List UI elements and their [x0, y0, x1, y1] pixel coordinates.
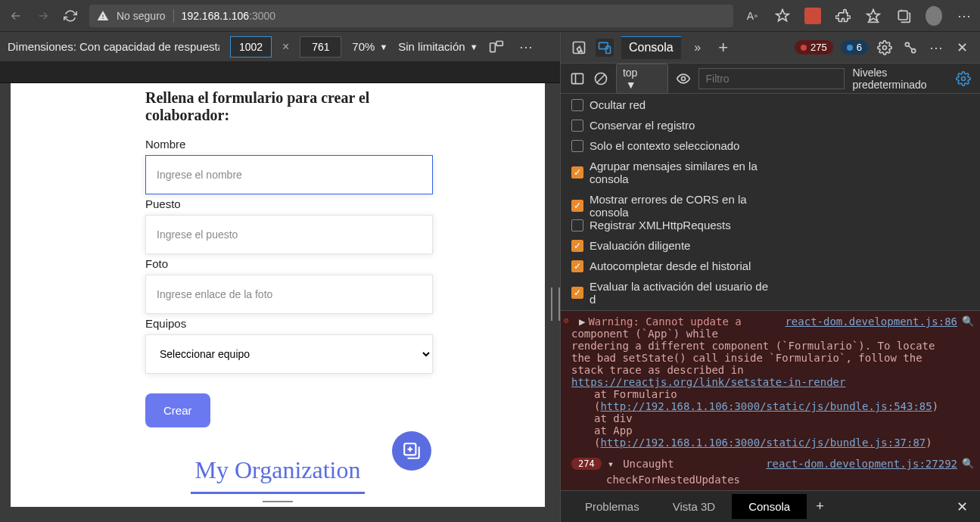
- opt-cors[interactable]: Mostrar errores de CORS en la consola: [571, 193, 782, 219]
- magnifier-icon[interactable]: 🔍: [962, 315, 974, 327]
- opt-solo-contexto[interactable]: Solo el contexto seleccionado: [571, 139, 782, 152]
- info-count-badge[interactable]: 6: [841, 40, 868, 54]
- security-label: No seguro: [117, 10, 166, 22]
- stack-trace: checkForNestedUpdates scheduleUpdateOnFi…: [571, 470, 957, 490]
- console-toolbar: top ▼ Niveles predeterminado: [561, 64, 980, 94]
- bundle-link-2[interactable]: http://192.168.1.106:3000/static/js/bund…: [600, 437, 926, 449]
- drawer-close-icon[interactable]: ✕: [952, 499, 972, 515]
- nombre-input[interactable]: [145, 155, 433, 194]
- svg-rect-1: [898, 11, 907, 20]
- devtools-more-icon[interactable]: ⋯: [927, 39, 945, 57]
- devtools-more-icon[interactable]: ⋯: [519, 39, 533, 55]
- collections-icon[interactable]: [895, 8, 912, 24]
- context-select[interactable]: top ▼: [616, 64, 668, 94]
- opt-conservar[interactable]: Conservar el registro: [571, 119, 782, 132]
- page-pane: Dimensiones: Con capacidad de respuesta …: [0, 32, 560, 522]
- foto-input[interactable]: [145, 275, 433, 314]
- svg-rect-2: [490, 43, 495, 52]
- dimension-x: ×: [282, 40, 289, 54]
- read-aloud-icon[interactable]: A»: [744, 8, 761, 24]
- equipos-select[interactable]: Seleccionar equipo: [145, 334, 433, 374]
- devtools-drawer-tabs: Problemas Vista 3D Consola + ✕: [561, 490, 980, 522]
- foto-label: Foto: [145, 257, 456, 270]
- puesto-label: Puesto: [145, 197, 456, 210]
- equipos-label: Equipos: [145, 317, 456, 330]
- tab-problemas[interactable]: Problemas: [568, 494, 656, 519]
- more-tabs-icon[interactable]: »: [689, 39, 707, 57]
- svg-line-16: [597, 75, 605, 82]
- rendered-page: Rellena el formulario para crear el cola…: [11, 83, 545, 507]
- crear-button[interactable]: Crear: [145, 393, 210, 427]
- sidebar-toggle-icon[interactable]: [570, 70, 585, 88]
- console-filter-input[interactable]: [698, 68, 845, 89]
- throttle-dropdown[interactable]: Sin limitación ▼: [398, 40, 478, 53]
- favorites-icon[interactable]: [865, 8, 882, 24]
- uncaught-count-badge: 274: [571, 458, 602, 470]
- form-title: Rellena el formulario para crear el cola…: [100, 83, 456, 138]
- fab-add-button[interactable]: [392, 431, 431, 471]
- refresh-button[interactable]: [62, 8, 79, 24]
- console-warning-msg: ⊘ 🔍 ▶Warning: Cannot update a react-dom.…: [561, 311, 980, 453]
- opt-evaluacion[interactable]: Evaluación diligente: [571, 239, 768, 252]
- forward-button[interactable]: [35, 8, 51, 24]
- opt-ocultar-red[interactable]: Ocultar red: [571, 98, 782, 111]
- settings-gear-icon[interactable]: [876, 39, 894, 57]
- dimensions-dropdown[interactable]: Dimensiones: Con capacidad de respuesta: [8, 40, 219, 53]
- extensions-icon[interactable]: [835, 8, 851, 24]
- rotate-icon[interactable]: [489, 39, 504, 54]
- inspect-element-icon[interactable]: [570, 39, 588, 57]
- console-uncaught-msg: 🔍 274 ▾ Uncaught react-dom.development.j…: [561, 453, 980, 490]
- resize-handle-bottom[interactable]: [263, 501, 293, 505]
- tab-consola[interactable]: Consola: [621, 36, 681, 59]
- drawer-add-tab[interactable]: +: [807, 499, 833, 514]
- expand-icon[interactable]: ▶: [579, 315, 585, 328]
- nombre-label: Nombre: [145, 138, 456, 151]
- error-count-badge[interactable]: 275: [795, 40, 833, 54]
- more-menu-icon[interactable]: ⋯: [956, 8, 972, 24]
- console-settings-icon[interactable]: [956, 70, 971, 88]
- collapse-icon[interactable]: ▾: [608, 458, 614, 470]
- opt-xhr[interactable]: Registrar XMLHttpRequests: [571, 219, 768, 231]
- new-tab-icon[interactable]: +: [714, 39, 733, 57]
- opt-activacion[interactable]: Evaluar la activación del usuario de d: [571, 280, 768, 306]
- extension-red-icon[interactable]: [804, 8, 821, 24]
- console-messages: ⊘ 🔍 ▶Warning: Cannot update a react-dom.…: [561, 311, 980, 490]
- responsive-toolbar: Dimensiones: Con capacidad de respuesta …: [0, 32, 560, 62]
- browser-address-bar: No seguro 192.168.1.106:3000 A» ⋯: [0, 0, 980, 32]
- svg-rect-3: [496, 41, 502, 45]
- opt-agrupar[interactable]: Agrupar mensajes similares en la consola: [571, 160, 782, 185]
- uncaught-source-link[interactable]: react-dom.development.js:27292: [766, 458, 957, 470]
- viewport: Rellena el formulario para crear el cola…: [0, 83, 560, 522]
- url-box[interactable]: No seguro 192.168.1.106:3000: [89, 5, 733, 27]
- back-button[interactable]: [8, 8, 24, 24]
- devtools-close-icon[interactable]: ✕: [953, 39, 971, 57]
- dock-icon[interactable]: [901, 39, 919, 57]
- devtools-tabs: Consola » + 275 6 ⋯ ✕: [561, 32, 980, 64]
- console-options: Ocultar red Conservar el registro Solo e…: [561, 94, 980, 311]
- svg-point-18: [961, 76, 965, 80]
- opt-autocompletar[interactable]: Autocompletar desde el historial: [571, 259, 768, 272]
- url-divider: [173, 9, 174, 23]
- warning-icon: [97, 10, 109, 22]
- puesto-input[interactable]: [145, 215, 433, 254]
- url-host: 192.168.1.106:3000: [182, 10, 276, 22]
- log-levels-dropdown[interactable]: Niveles predeterminado: [852, 67, 947, 91]
- live-expression-icon[interactable]: [676, 70, 691, 88]
- react-docs-link[interactable]: https://reactjs.org/link/setstate-in-ren…: [571, 376, 845, 388]
- ruler: [0, 62, 560, 83]
- favorites-star-icon[interactable]: [774, 8, 791, 24]
- device-toggle-icon[interactable]: [596, 39, 614, 57]
- tab-vista3d[interactable]: Vista 3D: [656, 494, 732, 519]
- height-input[interactable]: [300, 36, 341, 57]
- zoom-dropdown[interactable]: 70% ▼: [352, 40, 387, 53]
- svg-point-10: [883, 45, 887, 49]
- split-handle[interactable]: [551, 287, 557, 321]
- width-input[interactable]: [230, 36, 272, 57]
- bundle-link-1[interactable]: http://192.168.1.106:3000/static/js/bund…: [600, 400, 932, 412]
- svg-rect-13: [572, 73, 583, 83]
- source-link[interactable]: react-dom.development.js:86: [785, 315, 957, 328]
- clear-console-icon[interactable]: [593, 70, 608, 88]
- tab-consola-drawer[interactable]: Consola: [732, 494, 807, 519]
- profile-avatar[interactable]: [926, 8, 942, 24]
- magnifier-icon[interactable]: 🔍: [962, 458, 974, 469]
